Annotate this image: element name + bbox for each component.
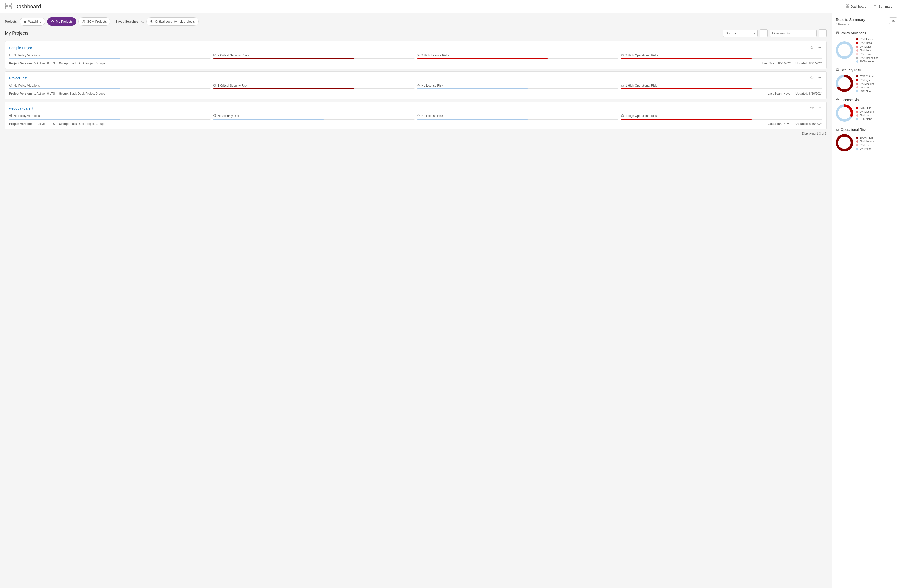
meta-left: Project Versions: 1 Active | 0 LTS Group… — [9, 92, 105, 95]
star-button[interactable] — [809, 45, 815, 51]
risk-bar-fill — [621, 89, 752, 90]
project-cards-container: Sample Project No Policy Violations — [5, 41, 826, 129]
legend-dot — [856, 90, 858, 92]
svg-line-17 — [84, 22, 85, 22]
sort-select[interactable]: Sort by... — [723, 30, 758, 37]
sidebar-operational-risk: Operational Risk 100% High 0% Medium 0% … — [836, 128, 897, 152]
tab-scm-projects[interactable]: SCM Projects — [78, 17, 111, 25]
my-projects-title: My Projects — [5, 31, 28, 36]
risk-label: No Policy Violations — [9, 84, 210, 87]
svg-marker-47 — [811, 106, 814, 109]
legend-label: 0% Medium — [860, 110, 874, 113]
risk-text: 2 High License Risks — [421, 54, 449, 57]
risk-bar — [621, 58, 822, 59]
risk-bar-fill — [9, 119, 120, 120]
meta-left: Project Versions: 5 Active | 0 LTS Group… — [9, 62, 105, 65]
project-name-link[interactable]: Project Test — [9, 76, 27, 80]
risk-text: No Policy Violations — [14, 84, 40, 87]
project-group: Group: Black Duck Project Groups — [59, 92, 105, 95]
sidebar-security-risk: Security Risk 67% Critical 0% High 0% Me… — [836, 68, 897, 93]
export-button[interactable] — [889, 17, 897, 24]
legend-item: 100% None — [856, 60, 878, 63]
legend-item: 0% High — [856, 79, 874, 82]
nav-dashboard-button[interactable]: Dashboard — [842, 3, 870, 11]
svg-marker-36 — [811, 76, 814, 79]
app-header: Dashboard Dashboard Summary — [0, 0, 901, 13]
svg-point-39 — [820, 77, 821, 78]
header-navigation: Dashboard Summary — [842, 3, 896, 11]
sort-direction-button[interactable] — [759, 30, 767, 37]
filter-advanced-button[interactable] — [818, 30, 826, 37]
project-name-link[interactable]: webgoat-parent — [9, 106, 33, 110]
legend-label: 0% Minor — [860, 49, 871, 52]
risk-row: No Policy Violations 2 Critical Security… — [9, 53, 822, 59]
risk-type-icon — [417, 114, 420, 118]
saved-searches-help-icon[interactable]: ⓘ — [142, 19, 144, 23]
legend-item: 67% Critical — [856, 75, 874, 78]
legend-dot — [856, 46, 858, 48]
star-button[interactable] — [809, 105, 815, 111]
section-icon — [836, 128, 839, 132]
risk-item: No Security Risk — [213, 114, 415, 120]
svg-rect-35 — [621, 54, 624, 56]
risk-bar — [213, 119, 415, 120]
risk-bar — [417, 119, 619, 120]
legend-item: 100% High — [856, 136, 874, 139]
legend-label: 33% None — [860, 90, 872, 93]
legend-item: 0% Major — [856, 45, 878, 48]
risk-bar — [9, 58, 210, 59]
card-header: Sample Project — [9, 45, 822, 51]
risk-bar — [417, 58, 619, 59]
svg-rect-70 — [836, 129, 839, 131]
risk-text: 1 High Operational Risk — [625, 114, 657, 118]
results-summary-title: Results Summary — [836, 17, 865, 22]
donut-chart — [836, 41, 853, 59]
legend-label: 0% High — [860, 79, 870, 82]
tab-critical-security[interactable]: Critical security risk projects — [147, 17, 199, 25]
legend-dot — [856, 110, 858, 113]
risk-bar — [9, 89, 210, 90]
legend-dot — [856, 107, 858, 109]
more-options-button[interactable] — [817, 105, 822, 111]
donut-container: 100% High 0% Medium 0% Low 0% None — [836, 134, 897, 152]
tab-my-projects-label: My Projects — [56, 20, 73, 23]
risk-bar — [213, 58, 415, 59]
project-meta: Project Versions: 1 Active | 0 LTS Group… — [9, 92, 822, 95]
svg-point-49 — [819, 107, 820, 108]
legend-item: 0% Minor — [856, 49, 878, 52]
updated-date: Updated: 8/21/2024 — [795, 62, 822, 65]
legend-label: 67% None — [860, 118, 872, 120]
project-name-link[interactable]: Sample Project — [9, 46, 33, 50]
legend-item: 33% None — [856, 90, 874, 93]
legend-item: 0% Low — [856, 114, 874, 117]
more-options-button[interactable] — [817, 45, 822, 51]
svg-rect-3 — [9, 6, 11, 9]
tab-scm-label: SCM Projects — [87, 20, 107, 23]
risk-bar-fill — [621, 119, 752, 120]
svg-point-37 — [818, 77, 818, 78]
tab-watching[interactable]: ★ Watching — [20, 18, 45, 25]
filter-input[interactable] — [770, 30, 817, 37]
legend-label: 0% Major — [860, 45, 871, 48]
section-title-label: License Risk — [841, 98, 860, 102]
more-options-button[interactable] — [817, 75, 822, 81]
nav-summary-button[interactable]: Summary — [870, 3, 896, 11]
risk-type-icon — [213, 84, 216, 87]
legend: 33% High 0% Medium 0% Low 67% None — [856, 106, 874, 120]
saved-searches-label: Saved Searches — [115, 20, 138, 23]
star-button[interactable] — [809, 75, 815, 81]
legend-dot — [856, 137, 858, 139]
risk-item: No Policy Violations — [9, 114, 210, 120]
svg-point-32 — [418, 54, 419, 56]
legend: 67% Critical 0% High 0% Medium 0% Low 33… — [856, 75, 874, 93]
risk-type-icon — [213, 53, 216, 57]
risk-text: No License Risk — [421, 114, 443, 118]
donut-chart — [836, 75, 853, 93]
donut-container: 33% High 0% Medium 0% Low 67% None — [836, 104, 897, 123]
sidebar-sections: Policy Violations 0% Blocker 0% Critical… — [836, 31, 897, 152]
tab-my-projects[interactable]: My Projects — [47, 17, 76, 25]
project-card: Sample Project No Policy Violations — [5, 41, 826, 69]
last-scan: Last Scan: 8/21/2024 — [762, 62, 791, 65]
risk-label: No Security Risk — [213, 114, 415, 118]
sidebar-license-risk: License Risk 33% High 0% Medium 0% Low 6… — [836, 98, 897, 123]
